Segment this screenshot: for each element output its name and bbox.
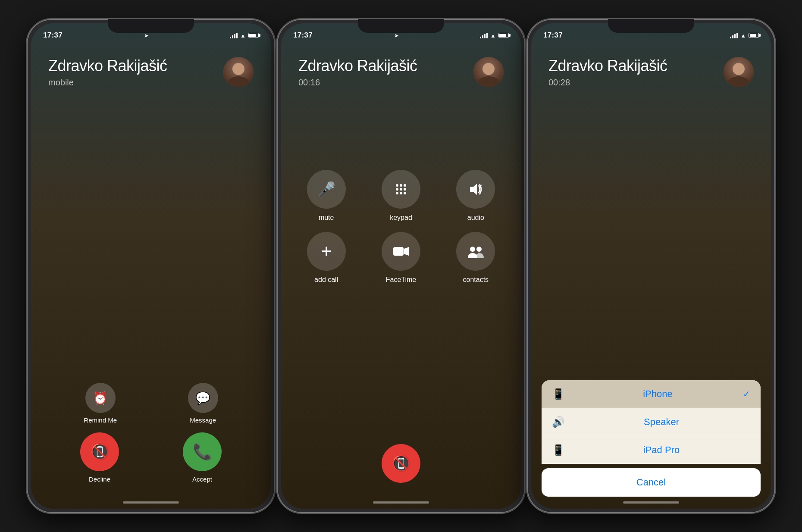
bottom-buttons-2: 📵: [281, 444, 521, 483]
speaker-option-label: Speaker: [573, 416, 750, 428]
audio-cancel-button[interactable]: Cancel: [542, 468, 761, 497]
iphone-2: 17:37 ➤ ▲: [276, 18, 526, 514]
wifi-icon-3: ▲: [740, 32, 746, 39]
audio-label: audio: [467, 214, 484, 222]
remind-button[interactable]: ⏰ Remind Me: [84, 383, 117, 424]
call-content-1: Zdravko Rakijašić mobile: [31, 44, 271, 88]
add-call-button[interactable]: + add call: [294, 232, 358, 284]
iphone-2-screen: 17:37 ➤ ▲: [281, 23, 521, 509]
status-time-2: 17:37: [293, 31, 313, 40]
call-content-3: Zdravko Rakijašić 00:28: [531, 44, 771, 88]
phones-container: 17:37 ➤ ▲: [26, 18, 776, 514]
svg-point-2: [404, 184, 406, 187]
signal-bar-3: [734, 34, 736, 38]
svg-point-7: [400, 192, 402, 194]
avatar-person-1: [223, 57, 254, 87]
call-actions-grid: 🎤 mute: [281, 144, 521, 301]
location-arrow-2: ➤: [394, 32, 399, 39]
signal-bar-3: [234, 34, 235, 38]
audio-picker-container: 📱 iPhone ✓ 🔊 Speaker 📱 iPad Pro: [531, 380, 771, 509]
home-indicator-2: [373, 501, 429, 504]
audio-icon: *: [456, 170, 495, 209]
keypad-button[interactable]: keypad: [369, 170, 433, 222]
battery-icon-1: [248, 33, 259, 38]
svg-marker-9: [470, 184, 477, 195]
status-icons-1: ▲: [230, 32, 259, 39]
speaker-device-icon: 🔊: [552, 416, 566, 428]
decline-button[interactable]: 📵 Decline: [80, 432, 119, 483]
message-label: Message: [190, 416, 216, 424]
facetime-label: FaceTime: [386, 276, 417, 284]
battery-fill-2: [499, 34, 505, 37]
audio-picker-sheet: 📱 iPhone ✓ 🔊 Speaker 📱 iPad Pro: [542, 380, 761, 464]
ipad-option-label: iPad Pro: [573, 444, 750, 456]
signal-bar-1: [730, 37, 731, 38]
svg-point-13: [470, 247, 475, 252]
decline-accept-row: 📵 Decline 📞 Accept: [48, 432, 254, 483]
add-call-icon: +: [307, 232, 346, 271]
caller-avatar-1: [223, 57, 254, 87]
message-icon: 💬: [188, 383, 218, 413]
audio-option-speaker[interactable]: 🔊 Speaker: [542, 408, 761, 436]
contacts-icon: [456, 232, 495, 271]
svg-point-4: [400, 188, 402, 191]
signal-bar-4: [486, 33, 488, 38]
svg-rect-11: [393, 247, 404, 256]
end-call-center: 📵: [298, 444, 504, 483]
call-duration-2: 00:16: [298, 78, 473, 88]
mute-icon: 🎤: [307, 170, 346, 209]
accept-label: Accept: [192, 476, 212, 483]
signal-bar-2: [732, 35, 733, 38]
caller-info-2: Zdravko Rakijašić 00:16: [298, 57, 473, 88]
facetime-button[interactable]: FaceTime: [369, 232, 433, 284]
audio-button[interactable]: * audio: [444, 170, 508, 222]
signal-bars-2: [480, 32, 488, 38]
mute-label: mute: [319, 214, 334, 222]
mute-button[interactable]: 🎤 mute: [294, 170, 358, 222]
battery-icon-3: [749, 33, 759, 38]
caller-name-1: Zdravko Rakijašić: [48, 57, 223, 75]
iphone-device-icon: 📱: [552, 388, 566, 400]
signal-bar-2: [482, 35, 483, 38]
battery-fill-3: [750, 34, 756, 37]
status-bar-3: 17:37 ▲: [531, 23, 771, 44]
home-indicator-3: [623, 501, 679, 504]
avatar-person-2: [473, 57, 504, 87]
status-icons-3: ▲: [730, 32, 759, 39]
remind-message-row-1: ⏰ Remind Me 💬 Message: [48, 383, 254, 424]
bottom-buttons-1: ⏰ Remind Me 💬 Message 📵 Decline: [31, 383, 271, 483]
iphone-1-screen: 17:37 ➤ ▲: [31, 23, 271, 509]
svg-point-0: [396, 184, 398, 187]
audio-option-iphone[interactable]: 📱 iPhone ✓: [542, 380, 761, 408]
incoming-bottom-1: ⏰ Remind Me 💬 Message 📵 Decline: [48, 383, 254, 483]
battery-icon-2: [498, 33, 509, 38]
keypad-label: keypad: [390, 214, 412, 222]
call-duration-3: 00:28: [548, 78, 724, 88]
caller-name-2: Zdravko Rakijašić: [298, 57, 473, 75]
iphone-3-screen: 17:37 ▲ Z: [531, 23, 771, 509]
add-call-label: add call: [314, 276, 338, 284]
contacts-button[interactable]: contacts: [444, 232, 508, 284]
remind-icon: ⏰: [85, 383, 116, 413]
signal-bar-4: [736, 33, 738, 38]
caller-header-2: Zdravko Rakijašić 00:16: [298, 57, 504, 88]
signal-bars-1: [230, 32, 238, 38]
caller-avatar-3: [724, 57, 754, 87]
end-call-button[interactable]: 📵: [382, 444, 420, 483]
status-bar-1: 17:37 ➤ ▲: [31, 23, 271, 44]
iphone-check-icon: ✓: [743, 389, 750, 399]
message-button[interactable]: 💬 Message: [188, 383, 218, 424]
svg-point-14: [476, 247, 482, 252]
end-call-icon: 📵: [382, 444, 420, 483]
call-content-2: Zdravko Rakijašić 00:16: [281, 44, 521, 88]
audio-option-ipad[interactable]: 📱 iPad Pro: [542, 436, 761, 464]
accept-button[interactable]: 📞 Accept: [183, 432, 222, 483]
status-bar-2: 17:37 ➤ ▲: [281, 23, 521, 44]
svg-point-6: [396, 192, 398, 194]
status-time-1: 17:37: [43, 31, 63, 40]
caller-header-3: Zdravko Rakijašić 00:28: [548, 57, 754, 88]
caller-header-1: Zdravko Rakijašić mobile: [48, 57, 254, 88]
svg-text:*: *: [480, 184, 482, 189]
caller-info-1: Zdravko Rakijašić mobile: [48, 57, 223, 88]
facetime-icon: [382, 232, 420, 271]
